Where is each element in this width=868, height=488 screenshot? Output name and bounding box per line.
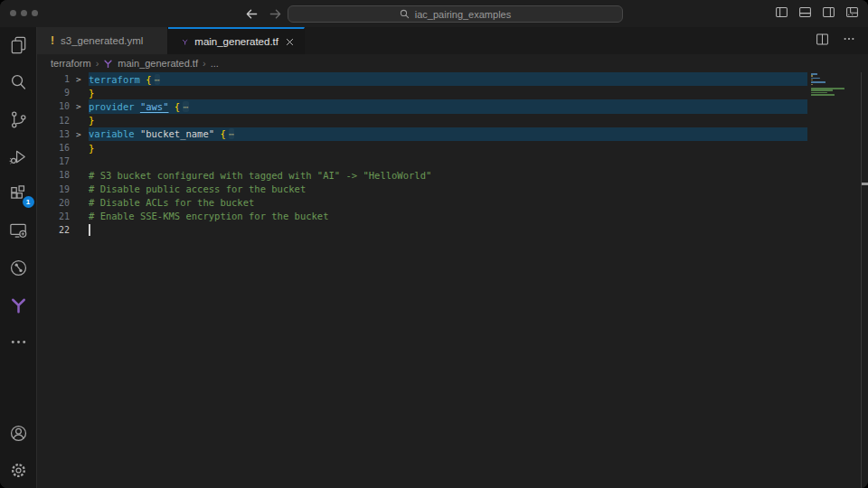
window-controls[interactable] xyxy=(10,10,38,16)
sidebar-item-search[interactable] xyxy=(0,71,37,93)
window-close-icon[interactable] xyxy=(10,10,16,16)
panel-bottom-icon xyxy=(798,5,812,19)
back-button[interactable] xyxy=(245,7,259,21)
code-content[interactable]: # Enable SSE-KMS encryption for the buck… xyxy=(89,210,807,223)
window-minimize-icon[interactable] xyxy=(21,10,27,16)
close-tab-button[interactable] xyxy=(285,37,295,47)
code-content[interactable]: # Disable public access for the bucket xyxy=(89,183,807,196)
breadcrumb-file[interactable]: main_generated.tf xyxy=(118,58,198,69)
toggle-sidebar-left-button[interactable] xyxy=(775,5,788,23)
toggle-panel-button[interactable] xyxy=(798,5,812,23)
line-number: 18 xyxy=(37,170,70,180)
search-icon xyxy=(400,9,410,19)
code-token: } xyxy=(89,143,94,154)
code-token: "bucket_name" xyxy=(140,128,214,139)
code-token: { xyxy=(175,101,180,112)
files-icon xyxy=(8,35,29,56)
tab-bar: ! s3_generated.yml main_generated.tf xyxy=(37,27,868,54)
code-line-22[interactable]: 22 xyxy=(37,223,807,237)
code-content[interactable]: # Disable ACLs for the bucket xyxy=(89,196,807,210)
sidebar-item-gitlens[interactable] xyxy=(0,257,37,278)
code-line-16[interactable]: 16} xyxy=(37,141,807,155)
code-content[interactable]: } xyxy=(89,141,807,155)
code-content[interactable]: } xyxy=(89,86,807,99)
breadcrumb-symbol[interactable]: ... xyxy=(211,58,219,69)
sidebar-item-terraform[interactable] xyxy=(0,294,37,315)
activity-bar: 1 xyxy=(0,27,37,488)
fold-chevron-icon[interactable]: > xyxy=(70,101,89,111)
history-nav xyxy=(245,0,282,27)
code-content[interactable]: provider "aws" {⋯ xyxy=(89,99,807,113)
terraform-file-icon xyxy=(103,59,113,69)
fold-chevron-icon[interactable]: > xyxy=(70,129,89,139)
code-token: provider xyxy=(89,101,140,112)
code-content[interactable] xyxy=(89,155,807,168)
breadcrumb: terraform › main_generated.tf › ... xyxy=(37,54,868,72)
arrow-right-icon xyxy=(269,7,282,21)
sidebar-item-explorer[interactable] xyxy=(0,34,37,56)
customize-layout-button[interactable] xyxy=(845,5,859,23)
chevron-right-icon: › xyxy=(96,58,99,69)
split-editor-button[interactable] xyxy=(816,33,829,50)
code-content[interactable]: # S3 bucket configured with tagged with … xyxy=(89,168,807,182)
code-line-18[interactable]: 18# S3 bucket configured with tagged wit… xyxy=(37,168,807,182)
editor: 1>terraform {⋯9}10>provider "aws" {⋯12}1… xyxy=(37,72,868,488)
code-line-20[interactable]: 20# Disable ACLs for the bucket xyxy=(37,196,807,210)
sidebar-item-extensions[interactable]: 1 xyxy=(0,183,37,204)
fold-chevron-icon[interactable]: > xyxy=(70,74,89,84)
window-maximize-icon[interactable] xyxy=(32,10,38,16)
layout-icon xyxy=(845,5,859,19)
line-number: 17 xyxy=(37,156,70,166)
code-token: # Enable SSE-KMS encryption for the buck… xyxy=(89,211,329,221)
account-button[interactable] xyxy=(0,422,37,444)
code-line-19[interactable]: 19# Disable public access for the bucket xyxy=(37,183,807,196)
line-number: 20 xyxy=(37,198,70,208)
extensions-badge: 1 xyxy=(23,196,34,208)
code-content[interactable]: terraform {⋯ xyxy=(89,72,807,86)
tab-s3-generated-yml[interactable]: ! s3_generated.yml xyxy=(37,27,168,54)
split-editor-icon xyxy=(816,33,829,46)
code-token: { xyxy=(146,74,151,85)
line-number: 19 xyxy=(37,184,70,194)
more-actions-button[interactable] xyxy=(843,33,855,49)
code-area[interactable]: 1>terraform {⋯9}10>provider "aws" {⋯12}1… xyxy=(37,72,807,488)
tab-main-generated-tf[interactable]: main_generated.tf xyxy=(168,27,305,54)
toggle-sidebar-right-button[interactable] xyxy=(822,5,835,23)
titlebar: iac_pairing_examples xyxy=(0,0,868,27)
minimap-line xyxy=(811,84,813,86)
code-line-17[interactable]: 17 xyxy=(37,155,807,168)
code-token: ⋯ xyxy=(229,128,234,139)
code-token: "aws" xyxy=(140,101,169,112)
terraform-icon xyxy=(8,295,29,315)
code-line-21[interactable]: 21# Enable SSE-KMS encryption for the bu… xyxy=(37,210,807,223)
code-line-1[interactable]: 1>terraform {⋯ xyxy=(37,72,807,86)
settings-button[interactable] xyxy=(0,459,37,481)
git-branch-icon xyxy=(8,109,29,130)
code-line-13[interactable]: 13>variable "bucket_name" {⋯ xyxy=(37,127,807,141)
terraform-file-icon xyxy=(182,36,188,48)
sidebar-item-remote-explorer[interactable] xyxy=(0,220,37,241)
line-number: 13 xyxy=(37,129,70,139)
overview-ruler[interactable] xyxy=(861,72,868,488)
code-token: # Disable ACLs for the bucket xyxy=(89,197,254,208)
minimap-line xyxy=(811,78,820,80)
code-content[interactable]: } xyxy=(89,114,807,127)
more-views-button[interactable] xyxy=(0,331,37,352)
code-line-12[interactable]: 12} xyxy=(37,114,807,127)
sidebar-item-run-debug[interactable] xyxy=(0,145,37,167)
text-cursor xyxy=(89,224,90,236)
code-token: } xyxy=(89,88,94,99)
account-icon xyxy=(8,423,29,444)
code-content[interactable] xyxy=(89,223,807,237)
code-line-10[interactable]: 10>provider "aws" {⋯ xyxy=(37,99,807,113)
code-line-9[interactable]: 9} xyxy=(37,86,807,99)
sidebar-item-source-control[interactable] xyxy=(0,108,37,130)
breadcrumb-folder[interactable]: terraform xyxy=(51,58,91,69)
line-number: 12 xyxy=(37,116,70,126)
command-center-search[interactable]: iac_pairing_examples xyxy=(288,5,623,23)
minimap[interactable] xyxy=(807,72,861,488)
vscode-window: iac_pairing_examples xyxy=(0,0,868,488)
code-content[interactable]: variable "bucket_name" {⋯ xyxy=(89,127,807,141)
code-token: # S3 bucket configured with tagged with … xyxy=(89,170,431,181)
forward-button[interactable] xyxy=(269,7,282,21)
